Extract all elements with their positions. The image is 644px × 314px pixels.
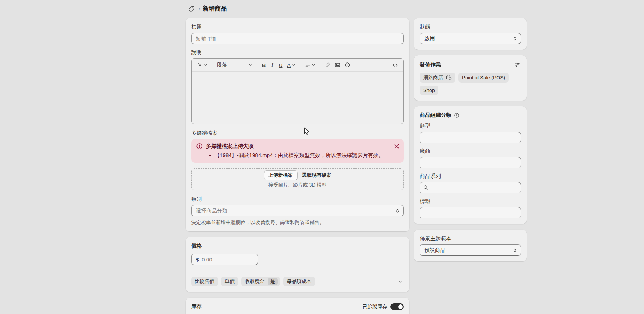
error-title: 多媒體檔案上傳失敗 (206, 143, 254, 150)
select-existing-file-button[interactable]: 選取現有檔案 (302, 172, 332, 179)
collections-label: 商品系列 (420, 173, 521, 180)
expand-pricing-button[interactable] (396, 278, 404, 285)
select-updown-icon (512, 248, 517, 253)
publishing-card: 發佈作業 網路商店 Point of Sale (POS) (414, 55, 527, 101)
channel-online-store-chip: 網路商店 (420, 73, 455, 83)
collections-input[interactable] (420, 182, 521, 193)
theme-template-label: 佈景主題範本 (420, 235, 521, 242)
select-updown-icon (395, 209, 400, 213)
organization-title: 商品組織分類 (420, 112, 451, 119)
underline-button[interactable]: U (277, 60, 285, 70)
toolbar-divider (355, 62, 355, 68)
category-helper-text: 決定稅率並新增中繼欄位，以改善搜尋、篩選和跨管道銷售。 (191, 219, 404, 226)
vendor-input[interactable] (420, 157, 521, 168)
link-button[interactable] (323, 60, 333, 70)
toolbar-divider (212, 62, 212, 68)
status-select[interactable]: 啟用 (420, 33, 521, 44)
title-input[interactable] (191, 33, 404, 44)
chevron-down-icon (398, 279, 402, 284)
main-column: 標題 說明 段落 B I U (186, 18, 409, 314)
description-label: 說明 (191, 49, 404, 56)
upload-hint: 接受圖片、影片或 3D 模型 (268, 182, 327, 188)
paragraph-style-dropdown[interactable]: 段落 (215, 60, 254, 70)
select-updown-icon (512, 36, 517, 41)
price-field[interactable]: $ (191, 254, 258, 265)
text-color-button[interactable]: A (285, 60, 298, 70)
channel-pos-chip: Point of Sale (POS) (458, 73, 509, 83)
theme-template-select[interactable]: 預設商品 (420, 244, 521, 256)
media-dropzone[interactable]: 上傳新檔案 選取現有檔案 接受圖片、影片或 3D 模型 (191, 168, 404, 190)
organization-card: 商品組織分類 類型 廠商 商品系列 (414, 106, 527, 224)
charge-tax-value: 是 (268, 278, 278, 285)
description-editor: 段落 B I U A (191, 58, 404, 124)
card-divider (186, 271, 409, 271)
insert-video-button[interactable] (342, 60, 352, 70)
bold-button[interactable]: B (260, 60, 268, 70)
toolbar-divider (300, 62, 300, 68)
chevron-down-icon (312, 63, 315, 67)
charge-tax-chip[interactable]: 收取稅金 是 (241, 277, 280, 286)
tags-input[interactable] (420, 207, 521, 218)
toolbar-divider (320, 62, 320, 68)
pricing-title: 價格 (191, 243, 404, 249)
italic-button[interactable]: I (268, 60, 277, 70)
description-textarea[interactable] (192, 72, 403, 124)
sidebar-column: 狀態 啟用 發佈作業 網路商店 (414, 18, 527, 267)
product-tag-icon[interactable] (188, 5, 195, 13)
banner-close-button[interactable] (394, 143, 400, 149)
inventory-title: 庫存 (191, 303, 202, 310)
editor-toolbar: 段落 B I U A (192, 59, 403, 72)
vendor-label: 廠商 (420, 148, 521, 155)
info-icon[interactable] (454, 113, 460, 118)
pricing-card: 價格 $ 比較售價 單價 收取稅金 是 每品項成本 (186, 237, 409, 292)
cost-per-item-chip[interactable]: 每品項成本 (283, 277, 315, 286)
track-inventory-label: 已追蹤庫存 (363, 304, 387, 310)
close-icon (394, 144, 399, 149)
theme-template-card: 佈景主題範本 預設商品 (414, 230, 527, 261)
search-icon (423, 185, 429, 190)
alert-icon (196, 143, 203, 150)
type-label: 類型 (420, 123, 521, 129)
video-play-icon (345, 62, 350, 68)
type-input[interactable] (420, 132, 521, 143)
currency-prefix: $ (196, 256, 199, 262)
track-inventory-toggle[interactable] (390, 303, 404, 310)
category-label: 類別 (191, 196, 404, 203)
title-label: 標題 (191, 24, 404, 30)
error-message: •【1984】-關於1984.mp4：由於檔案類型無效，所以無法確認影片有效。 (209, 152, 390, 159)
code-icon (392, 62, 398, 68)
image-icon (335, 62, 340, 68)
inventory-card: 庫存 已追蹤庫存 (186, 298, 409, 314)
manage-publishing-button[interactable] (514, 61, 521, 68)
publishing-title: 發佈作業 (420, 61, 441, 68)
insert-image-button[interactable] (333, 60, 342, 70)
upload-new-file-button[interactable]: 上傳新檔案 (264, 170, 298, 180)
compare-at-price-chip[interactable]: 比較售價 (191, 277, 218, 286)
media-label: 多媒體檔案 (191, 130, 404, 137)
page-title: 新增商品 (203, 5, 227, 13)
media-upload-error-banner: 多媒體檔案上傳失敗 •【1984】-關於1984.mp4：由於檔案類型無效，所以… (191, 139, 404, 163)
pricing-collapsed-options: 比較售價 單價 收取稅金 是 每品項成本 (191, 277, 404, 286)
show-html-button[interactable] (390, 60, 400, 70)
breadcrumb: › 新增商品 (188, 5, 227, 13)
schedule-icon[interactable] (446, 75, 452, 80)
chevron-down-icon (292, 63, 296, 67)
price-input[interactable] (201, 256, 254, 263)
status-card: 狀態 啟用 (414, 18, 527, 50)
adjust-sliders-icon (514, 62, 520, 68)
breadcrumb-separator-icon: › (198, 5, 200, 11)
product-form-card: 標題 說明 段落 B I U (186, 18, 409, 231)
chevron-down-icon (249, 63, 252, 67)
align-left-icon (305, 62, 310, 68)
category-select[interactable]: 選擇商品分類 (191, 205, 404, 216)
alignment-button[interactable] (303, 61, 317, 70)
chevron-down-icon (204, 63, 207, 67)
link-icon (325, 62, 330, 68)
status-label: 狀態 (420, 24, 521, 30)
tags-label: 標籤 (420, 198, 521, 205)
unit-price-chip[interactable]: 單價 (221, 277, 238, 286)
ai-magic-button[interactable] (195, 60, 209, 70)
more-formatting-button[interactable]: ⋯ (358, 60, 367, 70)
toolbar-divider (257, 62, 257, 68)
channel-shop-chip: Shop (420, 86, 438, 95)
